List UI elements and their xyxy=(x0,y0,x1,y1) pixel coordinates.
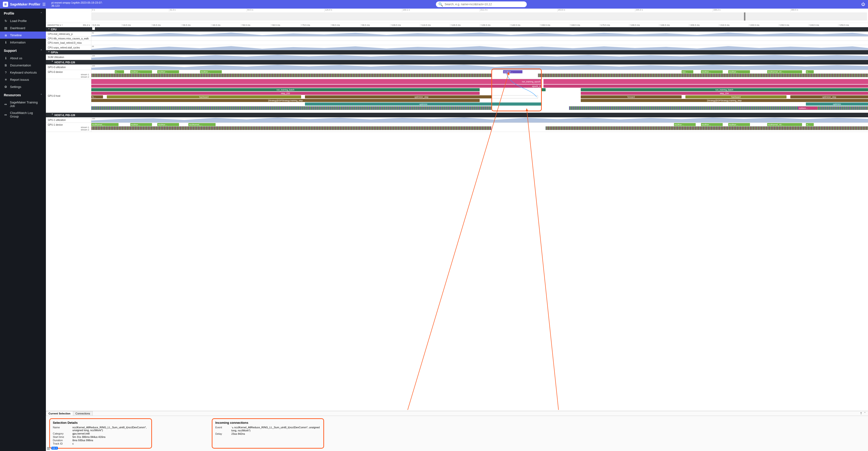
sidebar-item-cloudwatch[interactable]: ⇔CloudWatch Log Group xyxy=(0,109,46,120)
k: Category xyxy=(53,432,69,435)
span[interactable]: n… xyxy=(806,70,814,73)
span[interactable]: ncclKernel_… xyxy=(91,123,119,126)
sidebar-item-settings[interactable]: ⚙Settings xyxy=(0,83,46,90)
span[interactable]: backward xyxy=(107,95,301,98)
tab-connections[interactable]: Connections xyxy=(73,411,93,416)
overview-strip[interactable]: 0 s42.3 s84.5 s126.8 s169.1 s211.4 s253.… xyxy=(46,9,868,23)
span[interactable]: ncclKer… xyxy=(200,70,222,73)
scroll-top-icon[interactable]: ⤒ xyxy=(860,412,862,415)
stream2-noise[interactable] xyxy=(91,126,868,130)
span[interactable]: cuMem… xyxy=(798,106,817,110)
gpu0-host-lane[interactable]: run_training_epoch epoch_1 run_training_… xyxy=(91,79,868,110)
tick: 211.4 s xyxy=(479,9,557,12)
span-selected[interactable]: ncclKer… xyxy=(503,70,522,73)
span[interactable]: optimize xyxy=(806,102,868,105)
menu-icon[interactable]: ☰ xyxy=(42,2,45,7)
span[interactable]: step_233 xyxy=(91,92,479,95)
span[interactable]: ncclKer… xyxy=(701,123,723,126)
chevron-down-icon[interactable]: ˅ xyxy=(864,412,866,415)
span[interactable]: n… xyxy=(806,123,814,126)
sidebar-item-docs[interactable]: 🗎Documentation xyxy=(0,62,46,69)
sidebar-item-about[interactable]: ℹAbout us xyxy=(0,55,46,62)
sidebar-section-profile[interactable]: Profile ˄ xyxy=(0,9,46,17)
span[interactable]: backward xyxy=(685,95,786,98)
gpu1-util-chart[interactable] xyxy=(91,117,868,123)
stats-icon[interactable]: ▥ xyxy=(47,446,50,450)
span[interactable]: n… xyxy=(115,70,124,73)
span[interactable]: ncclKer… xyxy=(130,123,152,126)
sidebar-item-training-job[interactable]: ⇔SageMaker Training Job xyxy=(0,99,46,109)
ms-ruler[interactable]: 1684537764 s + 331.2 s +6.5 ms+16.5 ms+2… xyxy=(46,23,868,27)
span[interactable] xyxy=(544,79,868,84)
label: Keyboard shortcuts xyxy=(10,71,37,74)
span[interactable]: run_training_batch xyxy=(91,88,479,91)
tick: +96.5 ms xyxy=(360,24,390,26)
span[interactable]: optimizer_step xyxy=(790,95,868,98)
cpu-metric-chart[interactable] xyxy=(91,32,868,36)
chevron-down-icon: ˅ xyxy=(52,114,53,117)
label: Timeline xyxy=(10,33,22,37)
span[interactable]: run_training_batch xyxy=(581,88,868,91)
span[interactable]: ncclKer… xyxy=(674,123,696,126)
span[interactable]: fo… xyxy=(91,95,103,98)
gpu1-device-lane[interactable]: ncclKernel_… ncclKer… ncclKer… ncclKerne… xyxy=(91,123,868,132)
group-cpu[interactable]: ˅CPU xyxy=(46,27,868,32)
span[interactable]: optimize xyxy=(305,102,542,105)
span[interactable]: ncclKernel_All… xyxy=(767,70,802,73)
timeline-tracks[interactable]: ˅CPU CPU-inst_retired.any_p50 CPU-itlb_m… xyxy=(46,27,868,411)
sidebar-section-support[interactable]: Support ˄ xyxy=(0,46,46,55)
span[interactable]: ncclKer… xyxy=(157,123,179,126)
span[interactable]: step_234 xyxy=(581,92,868,95)
cpu-metric-chart[interactable] xyxy=(91,37,868,40)
tick: +16.5 ms xyxy=(121,24,151,26)
span[interactable]: ncclKer… xyxy=(157,70,179,73)
tick: +186.5 ms xyxy=(629,24,659,26)
sidebar-item-information[interactable]: ℹInformation xyxy=(0,39,46,46)
span[interactable]: ncclKernel_All… xyxy=(767,123,802,126)
footer-badge[interactable]: D8 0 xyxy=(51,447,58,450)
y-scale: 100 xyxy=(92,55,95,57)
label: Documentation xyxy=(10,64,31,67)
cpu-metric-chart[interactable] xyxy=(91,45,868,50)
tab-current-selection[interactable]: Current Selection xyxy=(46,411,73,416)
gpu0-device-lane[interactable]: n… ncclKer… ncclKer… ncclKer… ncclKer… n… xyxy=(91,70,868,79)
cpu-metric-chart[interactable] xyxy=(91,41,868,45)
gpu-sum-chart[interactable] xyxy=(91,55,868,60)
tick: +166.5 ms xyxy=(569,24,599,26)
tick: +76.5 ms xyxy=(301,24,330,26)
span[interactable] xyxy=(544,85,868,88)
span[interactable]: epoch_1 xyxy=(91,85,542,88)
span[interactable]: ncc… xyxy=(682,70,693,73)
sidebar-item-report[interactable]: ✳Report issuus xyxy=(0,76,46,83)
span[interactable]: ncclKernel_… xyxy=(188,123,216,126)
search-box[interactable]: 🔍 xyxy=(436,1,527,7)
span[interactable]: [Strategy]DDPStrategy.training_step xyxy=(91,99,479,102)
sidebar-item-shortcuts[interactable]: ?Keyboard shortcuts xyxy=(0,69,46,76)
collapse-overview-icon[interactable]: ˄ xyxy=(92,27,95,30)
stream2-noise[interactable] xyxy=(91,73,868,77)
span[interactable]: run_training_epoch xyxy=(91,79,542,84)
host-noise[interactable]: cuMem… xyxy=(91,106,868,110)
span[interactable]: ncclKer… xyxy=(701,70,723,73)
span[interactable]: ncclKer… xyxy=(728,123,750,126)
link-icon: ⇔ xyxy=(4,113,8,117)
sidebar-section-resources[interactable]: Resources ˄ xyxy=(0,90,46,99)
gpu0-util-chart[interactable] xyxy=(91,64,868,70)
sidebar-item-load-profile[interactable]: ↻Load Profile xyxy=(0,17,46,24)
power-icon[interactable]: ⏻ xyxy=(857,2,865,6)
group-gpus[interactable]: ˅GPUs xyxy=(46,50,868,55)
span[interactable] xyxy=(542,88,546,91)
group-host0[interactable]: ˅HOST-0, PID-126 xyxy=(46,60,868,64)
span[interactable]: [Strategy]DDPStrategy.training_step xyxy=(581,99,868,102)
overview-marker[interactable] xyxy=(744,12,745,21)
sidebar-item-dashboard[interactable]: ▤Dashboard xyxy=(0,24,46,32)
label: CloudWatch Log Group xyxy=(10,111,42,118)
span[interactable]: ncclKer… xyxy=(130,70,152,73)
tick: 169.1 s xyxy=(402,9,479,12)
span[interactable]: ncclKer… xyxy=(728,70,750,73)
span[interactable] xyxy=(491,95,538,98)
group-host1[interactable]: ˅HOST-0, PID-128 xyxy=(46,113,868,117)
search-input[interactable] xyxy=(444,3,524,6)
span[interactable]: forward xyxy=(581,95,682,98)
sidebar-item-timeline[interactable]: ≣Timeline xyxy=(0,32,46,39)
